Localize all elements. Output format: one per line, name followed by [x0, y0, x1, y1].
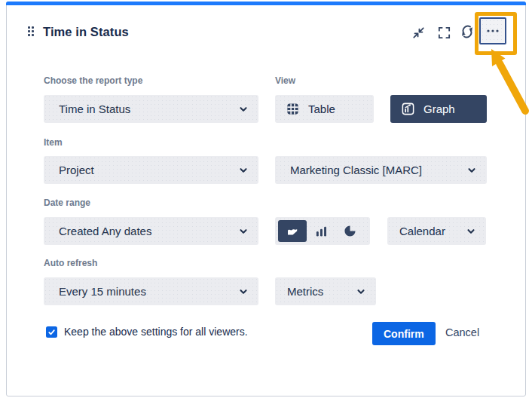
view-graph-button[interactable]: Graph	[390, 95, 487, 123]
drag-dots-icon[interactable]	[28, 26, 36, 38]
chevron-down-icon	[467, 166, 476, 175]
item-select[interactable]: Project	[44, 156, 258, 184]
calendar-select[interactable]: Calendar	[387, 217, 486, 245]
chevron-down-icon	[239, 227, 248, 236]
collapse-button[interactable]	[410, 24, 427, 41]
date-range-label: Date range	[44, 197, 90, 208]
auto-refresh-value: Every 15 minutes	[59, 285, 239, 298]
area-chart-icon	[285, 225, 300, 238]
project-value: Marketing Classic [MARC]	[290, 164, 467, 176]
report-type-value: Time in Status	[59, 103, 239, 115]
chevron-down-icon	[466, 227, 475, 236]
chevron-down-icon	[356, 287, 365, 296]
confirm-button[interactable]: Confirm	[372, 322, 436, 345]
table-grid-icon	[286, 102, 300, 116]
fullscreen-button[interactable]	[436, 24, 452, 41]
fullscreen-brackets-icon	[437, 26, 451, 40]
view-graph-label: Graph	[423, 103, 455, 115]
pie-chart-icon	[344, 225, 356, 237]
item-value: Project	[59, 164, 239, 176]
report-type-label: Choose the report type	[44, 75, 142, 86]
view-table-label: Table	[308, 103, 335, 115]
auto-refresh-label: Auto refresh	[44, 258, 97, 268]
gadget-top-accent-bar	[6, 2, 526, 5]
chevron-down-icon	[239, 166, 248, 175]
report-type-select[interactable]: Time in Status	[44, 95, 258, 123]
ellipsis-more-icon	[486, 28, 500, 34]
metrics-select[interactable]: Metrics	[275, 277, 376, 305]
keep-settings-checkbox[interactable]	[46, 326, 57, 338]
more-options-button[interactable]	[479, 17, 506, 44]
time-in-status-gadget-panel: Time in Status	[6, 2, 526, 396]
item-label: Item	[44, 137, 63, 148]
bar-graph-icon	[401, 102, 415, 116]
keep-settings-label: Keep the above settings for all viewers.	[64, 326, 248, 338]
refresh-circular-arrows-icon	[460, 24, 475, 39]
date-range-select[interactable]: Created Any dates	[44, 217, 258, 245]
date-range-value: Created Any dates	[59, 225, 239, 237]
chart-type-toggle-group	[275, 217, 370, 245]
pie-chart-toggle[interactable]	[335, 220, 364, 242]
cancel-button[interactable]: Cancel	[441, 326, 484, 339]
view-table-button[interactable]: Table	[275, 95, 374, 123]
calendar-value: Calendar	[399, 225, 466, 237]
view-label: View	[275, 75, 295, 86]
bar-chart-toggle[interactable]	[307, 220, 335, 242]
gadget-title: Time in Status	[43, 25, 129, 39]
metrics-value: Metrics	[287, 285, 356, 298]
refresh-button[interactable]	[459, 23, 475, 40]
checkmark-icon	[47, 328, 56, 336]
bar-chart-icon	[315, 225, 328, 237]
area-chart-toggle[interactable]	[278, 220, 307, 242]
project-select[interactable]: Marketing Classic [MARC]	[275, 156, 487, 184]
chevron-down-icon	[239, 105, 248, 114]
chevron-down-icon	[239, 287, 248, 296]
auto-refresh-select[interactable]: Every 15 minutes	[44, 277, 258, 305]
collapse-arrows-icon	[411, 26, 426, 40]
